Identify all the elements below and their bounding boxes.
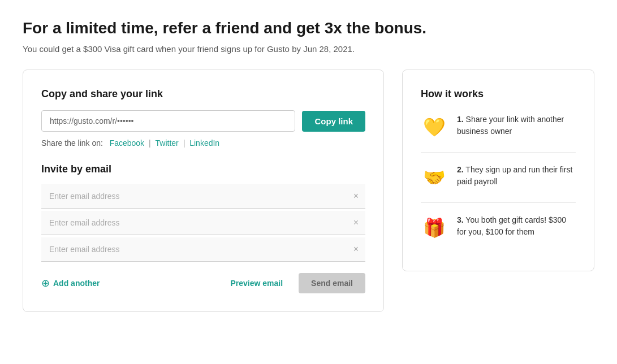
step-1-description: Share your link with another business ow… <box>457 115 564 136</box>
email-fields-container: × × × <box>41 184 365 262</box>
divider-2: | <box>183 138 185 148</box>
add-another-label: Add another <box>53 279 100 288</box>
divider-1: | <box>149 138 151 148</box>
linkedin-link[interactable]: LinkedIn <box>189 138 219 148</box>
twitter-link[interactable]: Twitter <box>156 138 179 148</box>
step-2-icon: 🤝 <box>421 164 448 191</box>
copy-link-button[interactable]: Copy link <box>302 111 365 132</box>
step-3: 🎁 3. You both get gift cards! $300 for y… <box>421 203 576 253</box>
facebook-link[interactable]: Facebook <box>110 138 144 148</box>
clear-icon-2[interactable]: × <box>347 218 365 228</box>
clear-icon-3[interactable]: × <box>347 244 365 254</box>
email-input-3[interactable] <box>41 237 347 261</box>
link-row: Copy link <box>41 110 365 132</box>
right-actions: Preview email Send email <box>221 273 365 293</box>
left-panel: Copy and share your link Copy link Share… <box>23 70 384 312</box>
add-another-button[interactable]: ⊕ Add another <box>41 277 100 289</box>
email-field-row-2: × <box>41 211 365 235</box>
right-panel: How it works 💛 1. Share your link with a… <box>402 70 594 271</box>
copy-section-title: Copy and share your link <box>41 88 365 100</box>
step-1-number: 1. <box>457 115 464 124</box>
how-it-works-title: How it works <box>421 88 576 100</box>
step-3-text: 3. You both get gift cards! $300 for you… <box>457 214 576 238</box>
step-2-number: 2. <box>457 165 464 174</box>
email-input-1[interactable] <box>41 184 347 208</box>
preview-email-button[interactable]: Preview email <box>221 273 292 293</box>
referral-link-input[interactable] <box>41 110 295 132</box>
step-3-icon: 🎁 <box>421 214 448 241</box>
share-label: Share the link on: <box>41 138 103 148</box>
step-2: 🤝 2. They sign up and run their first pa… <box>421 153 576 203</box>
page-subtitle: You could get a $300 Visa gift card when… <box>23 44 594 54</box>
email-field-row-3: × <box>41 237 365 262</box>
page-title: For a limited time, refer a friend and g… <box>23 18 594 38</box>
email-field-row-1: × <box>41 184 365 209</box>
invite-section-title: Invite by email <box>41 163 365 175</box>
send-email-button[interactable]: Send email <box>299 273 365 293</box>
step-1-text: 1. Share your link with another business… <box>457 114 576 137</box>
clear-icon-1[interactable]: × <box>347 191 365 201</box>
main-layout: Copy and share your link Copy link Share… <box>23 70 594 312</box>
step-1: 💛 1. Share your link with another busine… <box>421 114 576 153</box>
step-2-text: 2. They sign up and run their first paid… <box>457 164 576 188</box>
step-3-number: 3. <box>457 215 464 224</box>
share-row: Share the link on: Facebook | Twitter | … <box>41 138 365 148</box>
step-1-icon: 💛 <box>421 114 448 141</box>
email-input-2[interactable] <box>41 211 347 235</box>
plus-icon: ⊕ <box>41 277 50 289</box>
step-2-description: They sign up and run their first paid pa… <box>457 165 572 186</box>
action-row: ⊕ Add another Preview email Send email <box>41 273 365 293</box>
step-3-description: You both get gift cards! $300 for you, $… <box>457 215 566 236</box>
